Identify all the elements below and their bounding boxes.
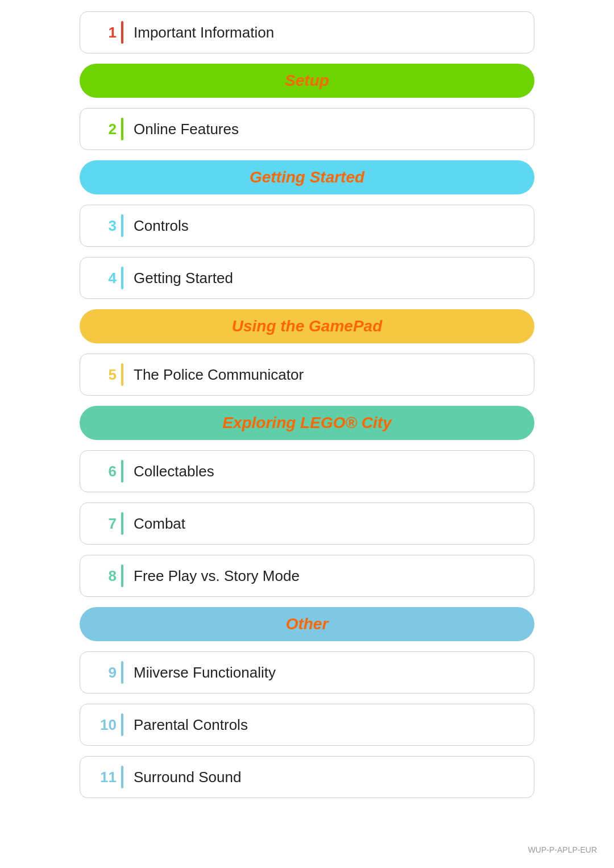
menu-item-4[interactable]: 4 Getting Started [80,257,534,299]
item-divider-11 [121,766,123,788]
item-label-10: Parental Controls [134,716,248,734]
item-label-1: Important Information [134,24,274,41]
section-header-lego-text: Exploring LEGO® City [222,414,392,431]
item-label-5: The Police Communicator [134,366,304,384]
section-header-gamepad-text: Using the GamePad [232,317,383,335]
section-header-setup-text: Setup [285,72,329,89]
item-divider-3 [121,214,123,237]
item-number-6: 6 [92,463,117,480]
menu-item-3[interactable]: 3 Controls [80,205,534,247]
item-divider-6 [121,460,123,483]
footer-code: WUP-P-APLP-EUR [528,845,597,854]
item-number-11: 11 [92,769,117,786]
item-label-2: Online Features [134,121,239,138]
item-divider-8 [121,564,123,587]
section-header-gamepad: Using the GamePad [80,309,534,343]
menu-item-9[interactable]: 9 Miiverse Functionality [80,651,534,693]
item-divider-1 [121,21,123,44]
menu-item-6[interactable]: 6 Collectables [80,450,534,492]
menu-item-2[interactable]: 2 Online Features [80,108,534,150]
menu-item-7[interactable]: 7 Combat [80,502,534,545]
menu-item-11[interactable]: 11 Surround Sound [80,756,534,798]
item-divider-9 [121,661,123,684]
item-divider-5 [121,363,123,386]
menu-item-8[interactable]: 8 Free Play vs. Story Mode [80,555,534,597]
section-header-getting-started: Getting Started [80,160,534,194]
section-header-other-text: Other [286,615,329,633]
item-number-2: 2 [92,121,117,138]
item-number-9: 9 [92,664,117,682]
item-label-6: Collectables [134,463,214,480]
section-header-setup: Setup [80,64,534,98]
item-number-1: 1 [92,24,117,41]
item-number-5: 5 [92,366,117,384]
menu-item-1[interactable]: 1 Important Information [80,11,534,53]
section-header-lego: Exploring LEGO® City [80,406,534,440]
item-label-7: Combat [134,515,185,533]
item-divider-7 [121,512,123,535]
item-number-10: 10 [92,716,117,734]
item-label-3: Controls [134,217,189,235]
menu-item-10[interactable]: 10 Parental Controls [80,704,534,746]
section-header-getting-started-text: Getting Started [250,168,364,186]
section-header-other: Other [80,607,534,641]
item-divider-4 [121,267,123,289]
item-divider-10 [121,713,123,736]
item-label-11: Surround Sound [134,769,241,786]
item-divider-2 [121,118,123,140]
item-label-9: Miiverse Functionality [134,664,276,682]
item-number-8: 8 [92,567,117,585]
menu-item-5[interactable]: 5 The Police Communicator [80,354,534,396]
item-number-3: 3 [92,217,117,235]
item-number-4: 4 [92,269,117,287]
item-label-4: Getting Started [134,269,233,287]
item-number-7: 7 [92,515,117,533]
item-label-8: Free Play vs. Story Mode [134,567,300,585]
